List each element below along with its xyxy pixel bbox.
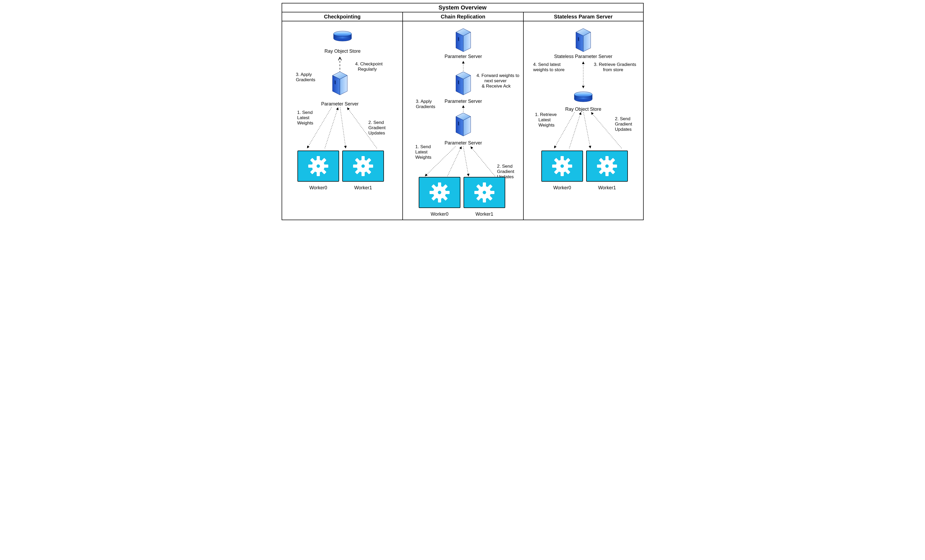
chain-note-2a: 2. Send [497, 164, 512, 169]
note-2a: 2. Send [368, 120, 384, 125]
worker1-label: Worker1 [598, 185, 616, 190]
diagram-title: System Overview [438, 4, 487, 11]
note-1b: Latest [297, 115, 310, 120]
note-1c: Weights [297, 120, 313, 125]
sl-note-4a: 4. Send latest [533, 62, 560, 67]
disk-icon [574, 92, 592, 102]
sl-note-2b: Gradient [615, 122, 632, 126]
param-server-label-1: Parameter Server [321, 101, 359, 107]
note-4a: 4. Checkpoint [355, 62, 383, 66]
worker-icon [542, 151, 583, 181]
arrow-sl-w0-down [554, 112, 575, 148]
note-4b: Regularly [358, 67, 377, 72]
arrow-chain-w1-up [471, 147, 495, 176]
col-title-stateless: Stateless Param Server [554, 14, 613, 20]
note-1a: 1. Send [297, 110, 313, 115]
stateless-param-label: Stateless Parameter Server [554, 54, 612, 59]
chain-note-2b: Gradient [497, 169, 514, 174]
chain-note-1b: Latest [415, 149, 428, 155]
note-2c: Updates [368, 131, 385, 135]
sl-note-4b: weights to store [533, 67, 565, 72]
server-icon [456, 29, 471, 52]
arrow-chain-w0-up [447, 147, 461, 176]
arrow-sl-w1-down [583, 112, 591, 148]
chain-note-3b: Gradients [416, 104, 435, 109]
worker1-label: Worker1 [475, 211, 493, 217]
note-2b: Gradient [368, 125, 386, 130]
worker-icon [298, 151, 339, 181]
sl-note-1b: Latest [538, 117, 551, 122]
col-title-chain: Chain Replication [441, 14, 485, 20]
col-title-checkpointing: Checkpointing [324, 14, 360, 20]
server-icon [456, 72, 471, 95]
worker-icon [419, 177, 460, 208]
worker1-label: Worker1 [354, 185, 372, 190]
sl-note-1c: Weights [538, 123, 554, 128]
sl-note-3a: 3. Retrieve Gradients [594, 62, 636, 67]
chain-note-4c: & Receive Ack [482, 84, 511, 89]
column-checkpointing: Ray Object Store Parameter Server 3. App… [296, 31, 386, 190]
system-overview-diagram: System Overview Checkpointing Chain Repl… [279, 0, 646, 223]
param-server-label-mid: Parameter Server [444, 99, 482, 104]
sl-note-2a: 2. Send [615, 116, 630, 121]
worker-icon [586, 151, 628, 181]
worker-icon [342, 151, 384, 181]
sl-note-1a: 1. Retrieve [535, 112, 557, 117]
arrow-chain-w1-down [463, 147, 469, 176]
sl-note-3b: from store [603, 67, 623, 72]
arrow-send-weights-w1 [340, 108, 346, 148]
column-chain: Parameter Server Parameter Server Parame… [415, 29, 520, 217]
chain-note-3a: 3. Apply [416, 99, 432, 104]
column-stateless: Stateless Parameter Server 4. Send lates… [533, 29, 636, 190]
worker0-label: Worker0 [309, 185, 327, 190]
server-icon [333, 72, 347, 95]
param-server-label-bot: Parameter Server [444, 140, 482, 146]
arrow-chain-w0-down [425, 147, 455, 176]
server-icon [576, 29, 591, 52]
worker0-label: Worker0 [553, 185, 571, 190]
worker0-label: Worker0 [431, 211, 449, 217]
param-server-label-top: Parameter Server [444, 54, 482, 59]
chain-note-4a: 4. Forward weights to [476, 73, 520, 78]
note-3b: Gradients [296, 77, 315, 82]
chain-note-4b: next server [484, 78, 506, 83]
arrow-grad-w0 [325, 108, 338, 148]
arrow-sl-w0-up [569, 112, 581, 148]
ray-store-label-2: Ray Object Store [565, 107, 601, 112]
server-icon [456, 113, 471, 136]
worker-icon [464, 177, 505, 208]
ray-store-label: Ray Object Store [324, 48, 360, 54]
note-3a: 3. Apply [296, 72, 312, 77]
sl-note-2c: Updates [615, 127, 631, 132]
chain-note-1a: 1. Send [415, 144, 431, 149]
disk-icon [334, 31, 351, 41]
chain-note-1c: Weights [415, 155, 431, 160]
